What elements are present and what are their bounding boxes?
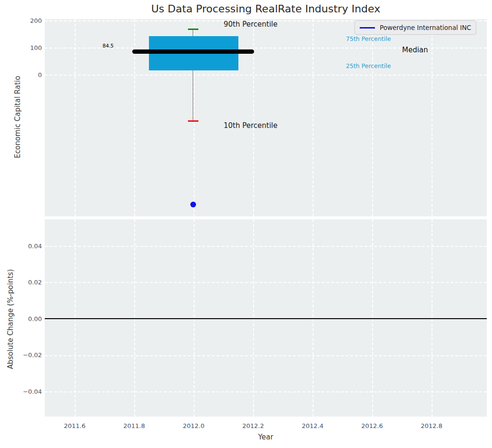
gridline-x-2011-8 <box>134 19 135 216</box>
gridline-x-2012-2 <box>253 19 254 216</box>
boxplot-90th-percentile-cap <box>188 29 198 30</box>
xtick-2012-6: 2012.6 <box>357 422 387 429</box>
company-data-point <box>190 202 196 207</box>
x-axis-label: Year <box>45 433 487 441</box>
chart-title: Us Data Processing RealRate Industry Ind… <box>45 3 487 15</box>
annotation-median: Median <box>402 46 428 54</box>
legend-line-swatch <box>360 27 375 29</box>
ytick-200: 200 <box>13 17 42 24</box>
xtick-2012-0: 2012.0 <box>178 422 209 429</box>
median-value-label: 84.5 <box>97 43 114 49</box>
xtick-2012-8: 2012.8 <box>416 422 447 429</box>
annotation-10th-percentile: 10th Percentile <box>224 121 277 130</box>
ytick-0-00: 0.00 <box>13 315 42 322</box>
bottom-axes <box>45 219 487 417</box>
figure-canvas: Us Data Processing RealRate Industry Ind… <box>0 0 492 448</box>
gridline-y-0 <box>45 75 487 76</box>
xtick-2011-6: 2011.6 <box>59 422 90 429</box>
gridline-y-neg-0-04 <box>45 391 487 392</box>
boxplot-10th-percentile-cap <box>188 120 198 122</box>
gridline-x-2011-6 <box>75 19 76 216</box>
gridline-y-0-04 <box>45 246 487 247</box>
ytick-0-02: 0.02 <box>13 279 42 286</box>
xtick-2011-8: 2011.8 <box>119 422 149 429</box>
zero-reference-line <box>45 318 487 319</box>
bottom-y-axis-label: Absolute Change (%-points) <box>6 243 15 395</box>
gridline-x-2012-6 <box>372 19 373 216</box>
annotation-75th-percentile: 75th Percentile <box>346 35 391 42</box>
xtick-2012-2: 2012.2 <box>238 422 268 429</box>
gridline-y-neg-0-02 <box>45 355 487 356</box>
ytick-neg-0-04: −0.04 <box>13 388 42 395</box>
legend: Powerdyne International INC <box>354 20 476 35</box>
top-y-axis-label: Economic Capital Ratio <box>13 41 22 193</box>
legend-series-label: Powerdyne International INC <box>380 24 471 31</box>
gridline-x-2012-8 <box>432 19 433 216</box>
xtick-2012-4: 2012.4 <box>297 422 328 429</box>
gridline-y-0-02 <box>45 282 487 283</box>
ytick-0-04: 0.04 <box>13 243 42 250</box>
ytick-neg-0-02: −0.02 <box>13 351 42 359</box>
annotation-25th-percentile: 25th Percentile <box>346 62 391 69</box>
gridline-x-2012-4 <box>313 19 314 216</box>
annotation-90th-percentile: 90th Percentile <box>224 20 277 29</box>
boxplot-median-line <box>132 49 254 54</box>
